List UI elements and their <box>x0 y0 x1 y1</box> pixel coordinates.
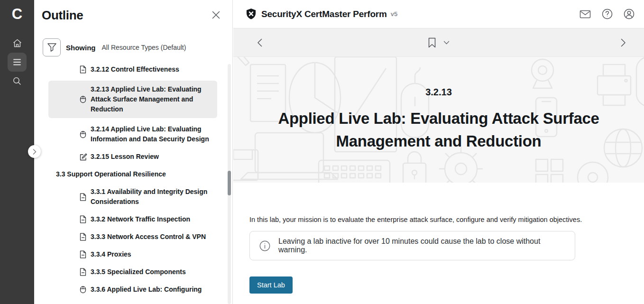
outline-panel: Outline Showing All Resource Types (Defa… <box>34 0 233 304</box>
outline-header: Outline <box>34 0 232 23</box>
outline-item[interactable]: 3.3.5 Specialized Components <box>48 266 217 278</box>
account-icon[interactable] <box>623 8 635 20</box>
outline-item[interactable]: 3.3.4 Proxies <box>48 248 217 261</box>
forward-button[interactable] <box>620 38 626 47</box>
outline-item-label: 3.3 Support Operational Resilience <box>56 169 166 179</box>
chevron-left-icon <box>257 38 263 47</box>
back-button[interactable] <box>257 38 263 47</box>
start-lab-button[interactable]: Start Lab <box>249 276 293 294</box>
close-outline-button[interactable] <box>210 9 222 22</box>
outline-menu-icon[interactable] <box>8 53 27 72</box>
app-version: v5 <box>391 10 397 18</box>
close-icon <box>212 11 220 19</box>
bookmark-controls <box>428 37 450 48</box>
document-icon <box>80 65 87 74</box>
notice-text: Leaving a lab inactive for over 10 minut… <box>278 237 565 254</box>
outline-item-label: 3.3.5 Specialized Components <box>91 267 186 277</box>
inactivity-notice: Leaving a lab inactive for over 10 minut… <box>249 231 575 260</box>
app-header: SecurityX CertMaster Perform v5 <box>233 0 644 28</box>
filter-value: All Resource Types (Default) <box>102 44 186 51</box>
outline-item-label: 3.2.13 Applied Live Lab: Evaluating Atta… <box>91 84 214 114</box>
outline-item[interactable]: 3.2.14 Applied Live Lab: Evaluating Info… <box>48 123 217 146</box>
outline-item[interactable]: 3.3.1 Availability and Integrity Design … <box>48 185 217 208</box>
outline-item[interactable]: 3.2.15 Lesson Review <box>48 150 217 163</box>
lesson-review-icon <box>80 153 87 161</box>
outline-item[interactable]: 3.3.6 Applied Live Lab: Configuring <box>48 283 217 296</box>
lesson-toolbar <box>233 28 644 57</box>
lesson-title: Applied Live Lab: Evaluating Attack Surf… <box>269 107 608 153</box>
lab-mouse-icon <box>80 286 87 294</box>
chevron-right-icon <box>620 38 626 47</box>
brand[interactable]: SecurityX CertMaster Perform v5 <box>246 8 397 20</box>
document-icon <box>80 193 87 201</box>
outline-item[interactable]: 3.3.2 Network Traffic Inspection <box>48 213 217 226</box>
comptia-logo[interactable]: C <box>12 5 22 24</box>
outline-scrollbar-thumb[interactable] <box>228 171 231 195</box>
outline-item-selected[interactable]: 3.2.13 Applied Live Lab: Evaluating Atta… <box>48 81 217 118</box>
filter-showing-label: Showing <box>66 44 96 52</box>
document-icon <box>80 215 87 223</box>
document-icon <box>80 250 87 258</box>
document-icon <box>80 233 87 241</box>
outline-item-label: 3.3.1 Availability and Integrity Design … <box>91 187 214 207</box>
rail-nav <box>8 34 27 91</box>
bookmark-menu-button[interactable] <box>444 41 450 45</box>
mail-icon[interactable] <box>579 9 592 20</box>
lesson-body: In this lab, your mission is to evaluate… <box>233 183 644 294</box>
search-icon[interactable] <box>8 72 27 91</box>
app-title: SecurityX CertMaster Perform <box>261 9 387 19</box>
info-icon <box>259 240 270 251</box>
outline-title: Outline <box>42 8 83 23</box>
bookmark-icon <box>428 37 436 48</box>
panel-collapse-toggle[interactable] <box>28 145 41 158</box>
home-icon[interactable] <box>8 34 27 53</box>
document-icon <box>80 268 87 276</box>
bookmark-button[interactable] <box>428 37 436 48</box>
outline-item-label: 3.3.4 Proxies <box>91 249 131 259</box>
lesson-hero-banner: 3.2.13 Applied Live Lab: Evaluating Atta… <box>233 57 644 183</box>
lesson-description: In this lab, your mission is to evaluate… <box>249 216 644 223</box>
outline-item-label: 3.2.15 Lesson Review <box>91 152 159 162</box>
help-icon[interactable] <box>601 8 614 20</box>
lab-mouse-icon <box>80 130 87 138</box>
outline-item-label: 3.3.2 Network Traffic Inspection <box>91 214 190 224</box>
chevron-right-icon <box>33 149 37 155</box>
outline-list: 3.2.12 Control Effectiveness 3.2.13 Appl… <box>34 63 232 296</box>
outline-item-label: 3.2.14 Applied Live Lab: Evaluating Info… <box>91 124 214 144</box>
lab-mouse-icon <box>80 95 87 103</box>
outline-item[interactable]: 3.2.12 Control Effectiveness <box>48 63 217 76</box>
shield-x-icon <box>246 8 257 20</box>
outline-scrollbar[interactable] <box>228 64 231 304</box>
chevron-down-icon <box>444 41 450 45</box>
header-actions <box>579 8 635 20</box>
filter-row: Showing All Resource Types (Default) <box>43 38 232 56</box>
filter-funnel-icon <box>47 43 57 52</box>
lesson-number: 3.2.13 <box>425 87 452 98</box>
main-content: SecurityX CertMaster Perform v5 <box>233 0 644 304</box>
outline-item-label: 3.3.3 Network Access Control & VPN <box>91 232 206 242</box>
outline-item-label: 3.3.6 Applied Live Lab: Configuring <box>91 285 202 295</box>
outline-section-heading[interactable]: 3.3 Support Operational Resilience <box>48 168 217 181</box>
outline-item-label: 3.2.12 Control Effectiveness <box>91 64 179 74</box>
outline-item[interactable]: 3.3.3 Network Access Control & VPN <box>48 230 217 243</box>
filter-button[interactable] <box>43 38 61 56</box>
